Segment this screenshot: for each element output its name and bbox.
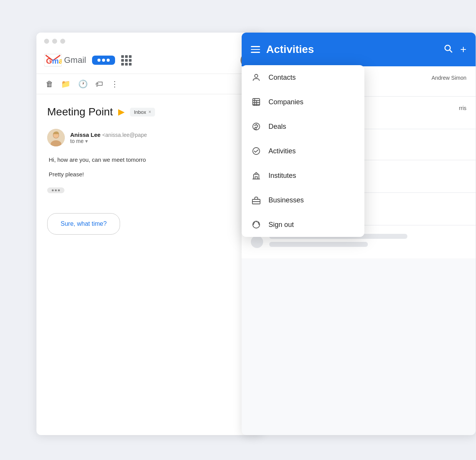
crm-header: Activities + <box>242 33 476 66</box>
menu-item-activities-label: Activities <box>268 147 296 155</box>
titlebar-dot-2 <box>52 39 57 44</box>
inbox-close-icon[interactable]: × <box>148 109 151 115</box>
gmail-badge[interactable] <box>92 56 115 65</box>
badge-dot-2 <box>102 59 105 62</box>
gmail-panel: Gmail Gmail <box>36 33 263 435</box>
chevron-down-icon[interactable]: ▾ <box>85 138 88 144</box>
menu-item-businesses[interactable]: Businesses <box>242 188 364 212</box>
svg-point-19 <box>253 148 260 154</box>
crm-header-right: + <box>443 43 466 56</box>
titlebar-dot-3 <box>60 39 65 44</box>
subject-arrow-icon: ▶ <box>118 107 125 117</box>
menu-item-contacts-label: Contacts <box>268 74 296 82</box>
list-item-name: Andrew Simon <box>432 75 466 81</box>
gmail-logo: Gmail Gmail <box>44 53 86 67</box>
email-body: Hi, how are you, can we meet tomorro Pre… <box>47 155 252 179</box>
email-body-line2: Pretty please! <box>49 169 252 179</box>
hamburger-menu-icon[interactable] <box>251 46 260 53</box>
archive-icon[interactable]: 📁 <box>61 79 71 89</box>
crm-title: Activities <box>266 43 314 56</box>
email-content: Meeting Point ▶ Inbox × Aniss <box>36 94 263 246</box>
email-subject-row: Meeting Point ▶ Inbox × <box>47 106 252 118</box>
titlebar-dot-1 <box>44 39 49 44</box>
gmail-toolbar: 🗑 📁 🕐 🏷 ⋮ <box>36 74 263 94</box>
crm-header-left: Activities <box>251 43 314 56</box>
businesses-icon <box>251 195 262 205</box>
gmail-badge-dots <box>97 59 110 62</box>
add-icon[interactable]: + <box>460 43 466 56</box>
svg-point-11 <box>255 74 258 77</box>
email-body-line1: Hi, how are you, can we meet tomorro <box>49 155 252 165</box>
clock-icon[interactable]: 🕐 <box>78 79 88 89</box>
sender-to: to me ▾ <box>70 138 147 144</box>
gmail-brand-text: Gmail <box>64 55 86 65</box>
delete-icon[interactable]: 🗑 <box>46 80 53 89</box>
svg-text:Gmail: Gmail <box>46 57 62 65</box>
menu-item-businesses-label: Businesses <box>268 196 304 204</box>
sender-name: Anissa Lee <anissa.lee@pape <box>70 131 147 138</box>
inbox-label: Inbox <box>134 109 146 115</box>
menu-item-signout-label: Sign out <box>268 221 294 229</box>
svg-rect-20 <box>255 177 257 179</box>
menu-item-companies-label: Companies <box>268 98 303 106</box>
activities-icon <box>251 146 262 156</box>
grid-icon[interactable] <box>121 55 131 65</box>
dropdown-menu: Contacts Companies Deals <box>242 65 364 237</box>
gmail-header: Gmail Gmail <box>36 50 263 74</box>
companies-icon <box>251 97 262 107</box>
sender-email-text: <anissa.lee@pape <box>102 132 147 138</box>
menu-item-institutes[interactable]: Institutes <box>242 163 364 188</box>
more-dots-indicator[interactable] <box>47 187 64 193</box>
menu-item-deals[interactable]: Deals <box>242 114 364 139</box>
tag-icon[interactable]: 🏷 <box>96 80 103 89</box>
deals-icon <box>251 121 262 132</box>
list-item-name: rris <box>459 105 466 111</box>
more-icon[interactable]: ⋮ <box>111 79 119 89</box>
inbox-badge[interactable]: Inbox × <box>130 108 155 117</box>
svg-line-10 <box>450 50 452 53</box>
search-icon[interactable] <box>443 44 453 55</box>
menu-item-activities[interactable]: Activities <box>242 139 364 163</box>
menu-item-contacts[interactable]: Contacts <box>242 65 364 90</box>
menu-item-institutes-label: Institutes <box>268 172 296 180</box>
menu-item-deals-label: Deals <box>268 123 286 131</box>
badge-dot-3 <box>107 59 110 62</box>
reply-button[interactable]: Sure, what time? <box>47 213 120 235</box>
contact-icon <box>251 72 262 83</box>
sender-avatar <box>47 129 65 146</box>
institutes-icon <box>251 170 262 181</box>
email-subject: Meeting Point <box>47 106 113 118</box>
menu-item-companies[interactable]: Companies <box>242 90 364 114</box>
badge-dot-1 <box>97 59 100 62</box>
sender-info: Anissa Lee <anissa.lee@pape to me ▾ <box>70 131 147 144</box>
menu-item-signout[interactable]: Sign out <box>242 212 364 237</box>
gmail-m-icon: Gmail <box>44 53 62 67</box>
gmail-titlebar <box>36 33 263 50</box>
signout-icon <box>251 219 262 230</box>
email-sender-row: Anissa Lee <anissa.lee@pape to me ▾ <box>47 129 252 146</box>
